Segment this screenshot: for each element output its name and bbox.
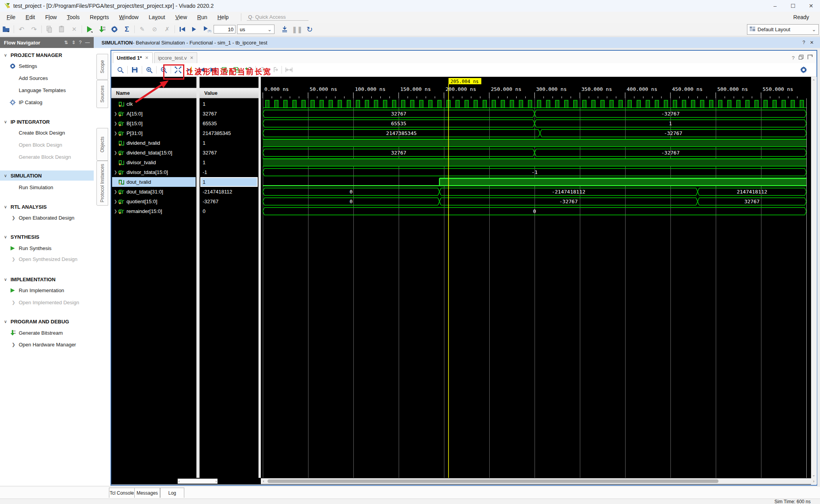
- signal-value[interactable]: 1: [200, 158, 258, 167]
- signal-row-dout_tvalid[interactable]: dout_tvalid: [112, 177, 196, 187]
- wave-vertical-scrollbar[interactable]: [811, 77, 817, 484]
- signal-value[interactable]: -32767: [200, 197, 258, 206]
- help-icon[interactable]: ?: [79, 40, 82, 45]
- run-icon[interactable]: [83, 24, 96, 35]
- delete-icon[interactable]: ✕: [68, 24, 80, 35]
- signal-value[interactable]: 1: [200, 138, 258, 148]
- signal-value[interactable]: 1: [200, 177, 258, 187]
- flownav-section-implementation[interactable]: ∨IMPLEMENTATION: [0, 274, 94, 284]
- collapse-all-icon[interactable]: ⇅: [64, 40, 68, 45]
- wave-scrollbar-thumb[interactable]: [267, 479, 718, 483]
- sidebar-item-generate-block-design[interactable]: Generate Block Design: [0, 152, 94, 162]
- scroll-left-icon[interactable]: ‹: [261, 479, 266, 483]
- search-icon[interactable]: [114, 64, 126, 75]
- side-tab-sources[interactable]: Sources: [96, 80, 108, 108]
- signal-row-dividend_tdata_15_0_[interactable]: ❯dividend_tdata[15:0]: [112, 148, 196, 158]
- signal-value[interactable]: -1: [200, 167, 258, 177]
- run-all-icon[interactable]: [189, 24, 201, 35]
- expand-icon[interactable]: ⇕: [71, 40, 75, 45]
- waveform-plot[interactable]: 0.000 ns50.000 ns100.000 ns150.000 ns200…: [261, 77, 811, 478]
- paste-icon[interactable]: [55, 24, 68, 35]
- relaunch-icon[interactable]: ↻: [303, 24, 316, 35]
- side-tab-protocol-instances[interactable]: Protocol Instances: [96, 161, 108, 206]
- settings-gear-icon[interactable]: [108, 24, 121, 35]
- sidebar-item-add-sources[interactable]: Add Sources: [0, 73, 94, 83]
- flownav-section-program-and-debug[interactable]: ∨PROGRAM AND DEBUG: [0, 316, 94, 327]
- expand-chevron-icon[interactable]: ❯: [113, 209, 118, 213]
- tab-untitled-1-[interactable]: Untitled 1*✕: [113, 52, 153, 63]
- menu-edit[interactable]: Edit: [21, 13, 40, 21]
- restart-sim-icon[interactable]: [176, 24, 189, 35]
- menu-reports[interactable]: Reports: [85, 13, 114, 21]
- chevron-right-icon[interactable]: ❯: [12, 342, 15, 347]
- sim-time-input[interactable]: [214, 25, 235, 34]
- chevron-right-icon[interactable]: ❯: [12, 257, 15, 262]
- step-until-icon[interactable]: [278, 24, 291, 35]
- value-column-header[interactable]: Value: [200, 88, 258, 98]
- redo-icon[interactable]: ↷: [28, 24, 40, 35]
- signal-row-quotient_15_0_[interactable]: ❯quotient[15:0]: [112, 197, 196, 206]
- menu-flow[interactable]: Flow: [40, 13, 62, 21]
- chevron-down-icon[interactable]: ∨: [4, 277, 7, 282]
- sidebar-item-run-simulation[interactable]: Run Simulation: [0, 182, 94, 192]
- signal-value[interactable]: -2147418112: [200, 187, 258, 197]
- bottom-tab-tcl-console[interactable]: Tcl Console: [109, 488, 135, 498]
- chevron-down-icon[interactable]: ∨: [4, 204, 7, 209]
- sidebar-item-open-implemented-design[interactable]: ❯Open Implemented Design: [0, 297, 94, 307]
- open-file-icon[interactable]: [0, 24, 12, 35]
- signal-row-divisor_tvalid[interactable]: divisor_tvalid: [112, 158, 196, 167]
- sidebar-item-language-templates[interactable]: Language Templates: [0, 85, 94, 95]
- menu-window[interactable]: Window: [114, 13, 144, 21]
- flownav-section-simulation[interactable]: ∨SIMULATION: [0, 170, 94, 181]
- signal-row-remainder_15_0_[interactable]: ❯remainder[15:0]: [112, 206, 196, 216]
- signal-row-B_15_0_[interactable]: ❯B[15:0]: [112, 119, 196, 128]
- time-unit-select[interactable]: us⌄: [237, 25, 275, 34]
- menu-layout[interactable]: Layout: [144, 13, 170, 21]
- expand-chevron-icon[interactable]: ❯: [113, 121, 118, 126]
- step-icon[interactable]: 0110: [96, 24, 108, 35]
- sidebar-item-settings[interactable]: Settings: [0, 61, 94, 71]
- minimize-panel-icon[interactable]: —: [85, 40, 90, 45]
- bottom-tab-messages[interactable]: Messages: [134, 488, 160, 498]
- sidebar-item-create-block-design[interactable]: Create Block Design: [0, 128, 94, 138]
- side-tab-objects[interactable]: Objects: [96, 128, 108, 161]
- signal-row-dividend_tvalid[interactable]: dividend_tvalid: [112, 138, 196, 148]
- signal-row-divisor_tdata_15_0_[interactable]: ❯divisor_tdata[15:0]: [112, 167, 196, 177]
- zoom-in-icon[interactable]: [143, 64, 155, 75]
- scroll-right-icon[interactable]: ›: [811, 479, 816, 483]
- run-for-time-icon[interactable]: (T): [201, 24, 214, 35]
- close-button[interactable]: ✕: [802, 0, 820, 12]
- minimize-button[interactable]: –: [766, 0, 784, 12]
- flownav-section-rtl-analysis[interactable]: ∨RTL ANALYSIS: [0, 202, 94, 212]
- expand-chevron-icon[interactable]: ❯: [113, 151, 118, 155]
- undo-icon[interactable]: ↶: [15, 24, 28, 35]
- side-tab-scope[interactable]: Scope: [96, 54, 108, 80]
- menu-help[interactable]: Help: [212, 13, 234, 21]
- signal-row-dout_tdata_31_0_[interactable]: ❯dout_tdata[31:0]: [112, 187, 196, 197]
- signal-value[interactable]: 32767: [200, 148, 258, 158]
- sidebar-item-open-synthesized-design[interactable]: ❯Open Synthesized Design: [0, 254, 94, 264]
- close-icon[interactable]: ✕: [145, 55, 148, 60]
- chevron-right-icon[interactable]: ❯: [12, 300, 15, 305]
- scroll-down-icon[interactable]: ⌄: [811, 472, 816, 477]
- menu-view[interactable]: View: [170, 13, 192, 21]
- sidebar-item-open-hardware-manager[interactable]: ❯Open Hardware Manager: [0, 339, 94, 350]
- signal-value[interactable]: 2147385345: [200, 128, 258, 138]
- sidebar-item-ip-catalog[interactable]: IP Catalog: [0, 97, 94, 107]
- expand-chevron-icon[interactable]: ❯: [113, 190, 118, 194]
- chevron-down-icon[interactable]: ∨: [4, 319, 7, 324]
- menu-tools[interactable]: Tools: [62, 13, 85, 21]
- close-icon[interactable]: ✕: [190, 55, 193, 60]
- tab-ipcore-test-v[interactable]: ipcore_test.v✕: [154, 52, 198, 63]
- flownav-section-ip-integrator[interactable]: ∨IP INTEGRATOR: [0, 117, 94, 127]
- help-icon[interactable]: ?: [802, 40, 805, 45]
- flownav-section-synthesis[interactable]: ∨SYNTHESIS: [0, 232, 94, 242]
- scroll-up-icon[interactable]: ⌃: [811, 78, 816, 83]
- chevron-down-icon[interactable]: ∨: [4, 53, 7, 58]
- expand-chevron-icon[interactable]: ❯: [113, 112, 118, 116]
- sidebar-item-generate-bitstream[interactable]: 0110Generate Bitstream: [0, 328, 94, 338]
- layout-selector[interactable]: Default Layout ⌄: [747, 24, 819, 35]
- sidebar-item-open-block-design[interactable]: Open Block Design: [0, 140, 94, 150]
- close-sim-icon[interactable]: ✕: [810, 40, 814, 45]
- expand-chevron-icon[interactable]: ❯: [113, 170, 118, 174]
